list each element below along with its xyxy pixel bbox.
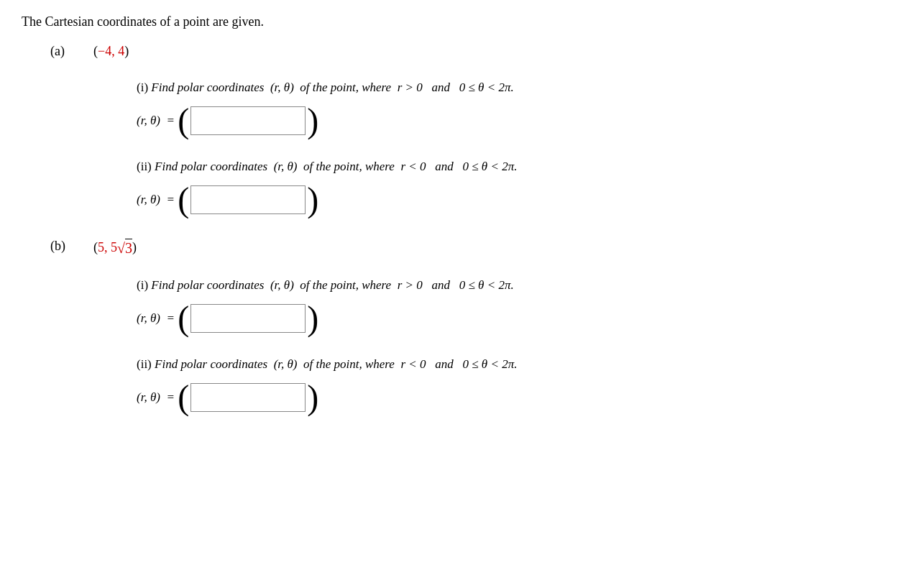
part-b-i-instruction: (i) Find polar coordinates (r, θ) of the… xyxy=(137,278,878,293)
part-a-ii-instruction: (ii) Find polar coordinates (r, θ) of th… xyxy=(137,160,878,174)
part-a-i-answer: (r, θ) = ( ) xyxy=(137,104,878,138)
part-a-i-text: Find polar coordinates (r, θ) of the poi… xyxy=(151,81,513,94)
part-a-i-input[interactable] xyxy=(190,106,306,135)
part-b-ii-close-paren: ) xyxy=(307,380,318,415)
part-b-ii-instruction: (ii) Find polar coordinates (r, θ) of th… xyxy=(137,357,878,372)
part-b-suffix: ) xyxy=(132,240,137,255)
part-b-letter: (b) xyxy=(50,239,93,254)
part-b-i-open-paren: ( xyxy=(178,301,189,336)
part-a-suffix: ) xyxy=(124,44,129,58)
part-b-ii-section: (ii) Find polar coordinates (r, θ) of th… xyxy=(137,357,878,415)
part-b-i-input[interactable] xyxy=(190,304,306,333)
part-a-ii-input[interactable] xyxy=(190,185,306,214)
part-b-i-roman: (i) xyxy=(137,278,148,292)
part-a-ii-close-paren: ) xyxy=(307,183,318,217)
part-a-point: (−4, 4) xyxy=(93,44,129,59)
part-a-i-roman: (i) xyxy=(137,81,148,94)
part-a-ii-answer: (r, θ) = ( ) xyxy=(137,183,878,217)
part-b-i-answer-label: (r, θ) = xyxy=(137,311,178,326)
part-b-i-close-paren: ) xyxy=(307,301,318,336)
intro-text: The Cartesian coordinates of a point are… xyxy=(22,14,878,29)
part-a-ii-answer-label: (r, θ) = xyxy=(137,193,178,207)
part-b-ii-text: Find polar coordinates (r, θ) of the poi… xyxy=(155,357,517,371)
part-b-ii-open-paren: ( xyxy=(178,380,189,415)
part-b-ii-roman: (ii) xyxy=(137,357,152,371)
part-b-point: (5, 5√3 ) xyxy=(93,239,137,257)
part-b-x: 5, 5 xyxy=(98,240,117,255)
part-a-ii-open-paren: ( xyxy=(178,183,189,217)
part-a-i-close-paren: ) xyxy=(307,104,318,138)
part-a-i-section: (i) Find polar coordinates (r, θ) of the… xyxy=(137,81,878,138)
part-b-i-answer: (r, θ) = ( ) xyxy=(137,301,878,336)
part-a-ii-section: (ii) Find polar coordinates (r, θ) of th… xyxy=(137,160,878,217)
part-a-x: −4, 4 xyxy=(98,44,124,58)
part-a-label: (a) (−4, 4) xyxy=(50,44,878,59)
part-b-sqrt-symbol: √3 xyxy=(117,239,132,257)
part-b-label: (b) (5, 5√3 ) xyxy=(50,239,878,257)
part-a-i-open-paren: ( xyxy=(178,104,189,138)
part-b-i-section: (i) Find polar coordinates (r, θ) of the… xyxy=(137,278,878,336)
problem-section: (a) (−4, 4) (i) Find polar coordinates (… xyxy=(50,44,878,415)
part-a-ii-roman: (ii) xyxy=(137,160,152,173)
part-a-letter: (a) xyxy=(50,44,93,59)
part-a-i-answer-label: (r, θ) = xyxy=(137,114,178,128)
part-b-ii-answer: (r, θ) = ( ) xyxy=(137,380,878,415)
part-a-ii-text: Find polar coordinates (r, θ) of the poi… xyxy=(155,160,517,173)
part-b-i-text: Find polar coordinates (r, θ) of the poi… xyxy=(151,278,513,292)
part-b-ii-input[interactable] xyxy=(190,383,306,412)
part-b-ii-answer-label: (r, θ) = xyxy=(137,390,178,405)
part-a-i-instruction: (i) Find polar coordinates (r, θ) of the… xyxy=(137,81,878,95)
